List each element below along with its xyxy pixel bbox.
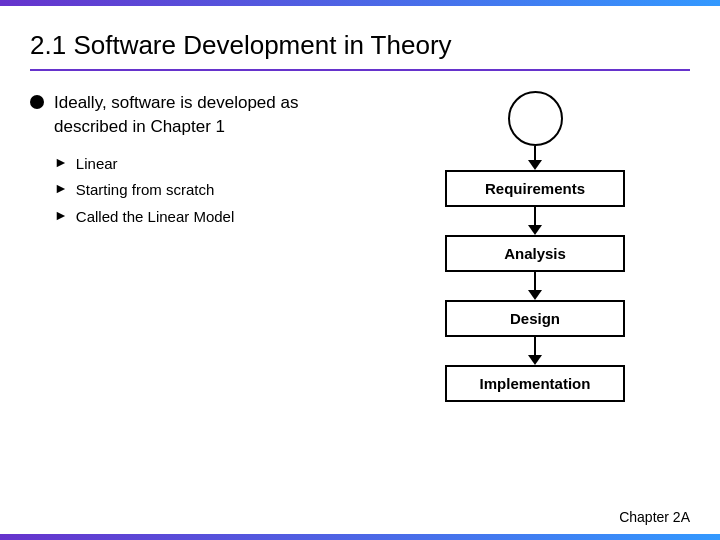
diagram-start-circle <box>508 91 563 146</box>
sub-bullets: ► Linear ► Starting from scratch ► Calle… <box>54 153 360 229</box>
content-area: Ideally, software is developed as descri… <box>30 91 690 402</box>
main-bullet-text: Ideally, software is developed as descri… <box>54 91 360 139</box>
arrow-line <box>534 272 536 290</box>
main-bullet: Ideally, software is developed as descri… <box>30 91 360 139</box>
title-area: 2.1 Software Development in Theory <box>30 30 690 71</box>
requirements-box: Requirements <box>445 170 625 207</box>
title-text: Software Development in Theory <box>66 30 451 60</box>
chapter-label: Chapter 2A <box>619 509 690 525</box>
sub-bullet-label: Linear <box>76 153 118 176</box>
arrow-down-2 <box>528 207 542 235</box>
arrow-line <box>534 207 536 225</box>
implementation-box: Implementation <box>445 365 625 402</box>
right-diagram: Requirements Analysis Design <box>380 91 690 402</box>
arrow-down-3 <box>528 272 542 300</box>
arrow-head-icon <box>528 160 542 170</box>
list-item: ► Linear <box>54 153 360 176</box>
slide: 2.1 Software Development in Theory Ideal… <box>0 0 720 540</box>
bottom-border <box>0 534 720 540</box>
analysis-box: Analysis <box>445 235 625 272</box>
arrow-line <box>534 337 536 355</box>
top-border <box>0 0 720 6</box>
arrow-icon: ► <box>54 207 68 223</box>
arrow-icon: ► <box>54 154 68 170</box>
sub-bullet-label: Starting from scratch <box>76 179 214 202</box>
left-content: Ideally, software is developed as descri… <box>30 91 380 402</box>
diagram-wrapper: Requirements Analysis Design <box>445 91 625 402</box>
bullet-icon <box>30 95 44 109</box>
list-item: ► Starting from scratch <box>54 179 360 202</box>
arrow-down-4 <box>528 337 542 365</box>
slide-title: 2.1 Software Development in Theory <box>30 30 452 60</box>
title-number: 2.1 <box>30 30 66 60</box>
arrow-head-icon <box>528 225 542 235</box>
arrow-down-1 <box>528 146 542 170</box>
arrow-icon: ► <box>54 180 68 196</box>
sub-bullet-label: Called the Linear Model <box>76 206 234 229</box>
list-item: ► Called the Linear Model <box>54 206 360 229</box>
arrow-head-icon <box>528 290 542 300</box>
arrow-head-icon <box>528 355 542 365</box>
arrow-line <box>534 146 536 160</box>
design-box: Design <box>445 300 625 337</box>
